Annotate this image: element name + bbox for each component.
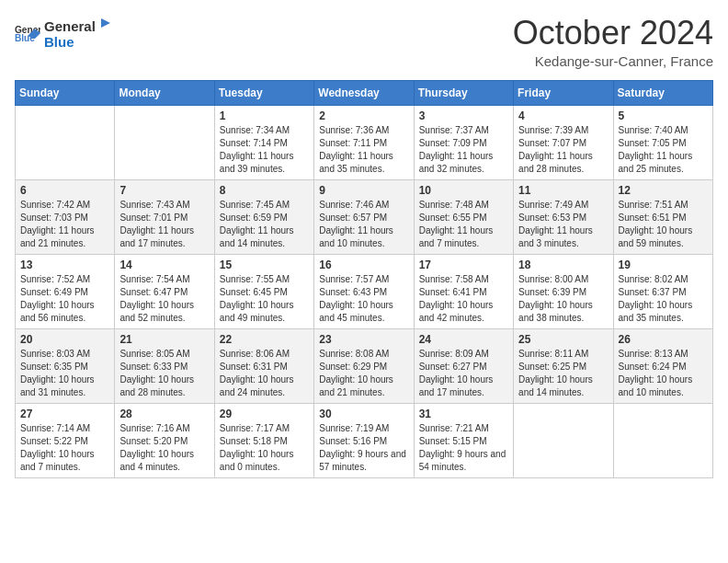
logo: General Blue General Blue: [15, 15, 114, 51]
weekday-header-row: SundayMondayTuesdayWednesdayThursdayFrid…: [16, 80, 713, 105]
day-number: 20: [20, 333, 109, 346]
day-number: 3: [419, 109, 508, 122]
day-info: Sunrise: 7:34 AMSunset: 7:14 PMDaylight:…: [220, 124, 309, 176]
day-number: 12: [619, 184, 708, 197]
day-number: 14: [119, 259, 209, 271]
day-info: Sunrise: 8:02 AMSunset: 6:37 PMDaylight:…: [619, 273, 708, 325]
day-info: Sunrise: 7:57 AMSunset: 6:43 PMDaylight:…: [319, 273, 408, 325]
calendar-table: SundayMondayTuesdayWednesdayThursdayFrid…: [15, 80, 713, 478]
day-number: 10: [419, 184, 508, 197]
day-info: Sunrise: 7:46 AMSunset: 6:57 PMDaylight:…: [319, 199, 408, 250]
calendar-cell: 1Sunrise: 7:34 AMSunset: 7:14 PMDaylight…: [214, 105, 313, 179]
day-number: 1: [220, 109, 309, 122]
calendar-cell: [514, 403, 613, 477]
day-number: 30: [319, 408, 408, 420]
calendar-cell: 4Sunrise: 7:39 AMSunset: 7:07 PMDaylight…: [514, 105, 613, 179]
calendar-cell: 6Sunrise: 7:42 AMSunset: 7:03 PMDaylight…: [16, 179, 115, 254]
calendar-subtitle: Kedange-sur-Canner, France: [513, 53, 713, 69]
calendar-cell: 22Sunrise: 8:06 AMSunset: 6:31 PMDayligh…: [214, 328, 313, 403]
calendar-cell: 16Sunrise: 7:57 AMSunset: 6:43 PMDayligh…: [314, 254, 414, 328]
day-info: Sunrise: 8:08 AMSunset: 6:29 PMDaylight:…: [319, 348, 408, 399]
day-info: Sunrise: 7:40 AMSunset: 7:05 PMDaylight:…: [619, 124, 708, 176]
day-number: 8: [220, 184, 309, 197]
calendar-cell: 7Sunrise: 7:43 AMSunset: 7:01 PMDaylight…: [115, 179, 214, 254]
day-number: 17: [419, 259, 508, 271]
calendar-cell: 17Sunrise: 7:58 AMSunset: 6:41 PMDayligh…: [414, 254, 513, 328]
calendar-cell: 23Sunrise: 8:08 AMSunset: 6:29 PMDayligh…: [314, 328, 414, 403]
day-number: 22: [220, 333, 309, 346]
day-number: 15: [220, 259, 309, 271]
weekday-header-tuesday: Tuesday: [214, 80, 313, 105]
calendar-cell: 31Sunrise: 7:21 AMSunset: 5:15 PMDayligh…: [414, 403, 513, 477]
calendar-cell: 30Sunrise: 7:19 AMSunset: 5:16 PMDayligh…: [314, 403, 414, 477]
calendar-cell: 2Sunrise: 7:36 AMSunset: 7:11 PMDaylight…: [314, 105, 414, 179]
day-number: 18: [518, 259, 608, 271]
day-info: Sunrise: 7:45 AMSunset: 6:59 PMDaylight:…: [220, 199, 309, 250]
page-header: General Blue General Blue October 2024 K…: [15, 15, 713, 69]
day-info: Sunrise: 7:49 AMSunset: 6:53 PMDaylight:…: [518, 199, 608, 250]
calendar-week-row: 1Sunrise: 7:34 AMSunset: 7:14 PMDaylight…: [16, 105, 713, 179]
weekday-header-saturday: Saturday: [613, 80, 712, 105]
weekday-header-monday: Monday: [115, 80, 214, 105]
calendar-cell: 28Sunrise: 7:16 AMSunset: 5:20 PMDayligh…: [115, 403, 214, 477]
day-number: 16: [319, 259, 408, 271]
day-number: 6: [20, 184, 109, 197]
day-info: Sunrise: 7:36 AMSunset: 7:11 PMDaylight:…: [319, 124, 408, 176]
svg-text:Blue: Blue: [15, 33, 35, 43]
calendar-cell: 11Sunrise: 7:49 AMSunset: 6:53 PMDayligh…: [514, 179, 613, 254]
day-info: Sunrise: 7:42 AMSunset: 7:03 PMDaylight:…: [20, 199, 109, 250]
day-number: 28: [119, 408, 209, 420]
calendar-cell: 13Sunrise: 7:52 AMSunset: 6:49 PMDayligh…: [16, 254, 115, 328]
day-info: Sunrise: 7:37 AMSunset: 7:09 PMDaylight:…: [419, 124, 508, 176]
day-info: Sunrise: 8:13 AMSunset: 6:24 PMDaylight:…: [619, 348, 708, 399]
calendar-cell: 8Sunrise: 7:45 AMSunset: 6:59 PMDaylight…: [214, 179, 313, 254]
day-number: 26: [619, 333, 708, 346]
day-number: 7: [119, 184, 209, 197]
day-number: 31: [419, 408, 508, 420]
calendar-cell: 5Sunrise: 7:40 AMSunset: 7:05 PMDaylight…: [613, 105, 712, 179]
day-info: Sunrise: 7:14 AMSunset: 5:22 PMDaylight:…: [20, 422, 109, 474]
calendar-title: October 2024: [513, 15, 713, 52]
calendar-cell: 21Sunrise: 8:05 AMSunset: 6:33 PMDayligh…: [115, 328, 214, 403]
day-info: Sunrise: 7:17 AMSunset: 5:18 PMDaylight:…: [220, 422, 309, 474]
day-info: Sunrise: 7:48 AMSunset: 6:55 PMDaylight:…: [419, 199, 508, 250]
weekday-header-thursday: Thursday: [414, 80, 513, 105]
day-info: Sunrise: 7:58 AMSunset: 6:41 PMDaylight:…: [419, 273, 508, 325]
calendar-cell: 15Sunrise: 7:55 AMSunset: 6:45 PMDayligh…: [214, 254, 313, 328]
calendar-week-row: 27Sunrise: 7:14 AMSunset: 5:22 PMDayligh…: [16, 403, 713, 477]
day-number: 11: [518, 184, 608, 197]
calendar-cell: 29Sunrise: 7:17 AMSunset: 5:18 PMDayligh…: [214, 403, 313, 477]
weekday-header-friday: Friday: [514, 80, 613, 105]
logo-arrow-icon: [97, 15, 114, 31]
logo-blue: Blue: [44, 34, 74, 50]
day-info: Sunrise: 8:11 AMSunset: 6:25 PMDaylight:…: [518, 348, 608, 399]
calendar-week-row: 20Sunrise: 8:03 AMSunset: 6:35 PMDayligh…: [16, 328, 713, 403]
calendar-cell: 27Sunrise: 7:14 AMSunset: 5:22 PMDayligh…: [16, 403, 115, 477]
day-number: 13: [20, 259, 109, 271]
title-block: October 2024 Kedange-sur-Canner, France: [513, 15, 713, 69]
calendar-cell: 24Sunrise: 8:09 AMSunset: 6:27 PMDayligh…: [414, 328, 513, 403]
calendar-cell: 3Sunrise: 7:37 AMSunset: 7:09 PMDaylight…: [414, 105, 513, 179]
day-number: 4: [518, 109, 608, 122]
day-info: Sunrise: 7:54 AMSunset: 6:47 PMDaylight:…: [119, 273, 209, 325]
calendar-cell: [16, 105, 115, 179]
day-info: Sunrise: 7:51 AMSunset: 6:51 PMDaylight:…: [619, 199, 708, 250]
calendar-cell: 19Sunrise: 8:02 AMSunset: 6:37 PMDayligh…: [613, 254, 712, 328]
day-number: 25: [518, 333, 608, 346]
svg-marker-2: [101, 18, 110, 28]
day-info: Sunrise: 7:43 AMSunset: 7:01 PMDaylight:…: [119, 199, 209, 250]
day-info: Sunrise: 8:03 AMSunset: 6:35 PMDaylight:…: [20, 348, 109, 399]
calendar-week-row: 6Sunrise: 7:42 AMSunset: 7:03 PMDaylight…: [16, 179, 713, 254]
day-number: 27: [20, 408, 109, 420]
day-info: Sunrise: 7:39 AMSunset: 7:07 PMDaylight:…: [518, 124, 608, 176]
day-info: Sunrise: 7:52 AMSunset: 6:49 PMDaylight:…: [20, 273, 109, 325]
calendar-week-row: 13Sunrise: 7:52 AMSunset: 6:49 PMDayligh…: [16, 254, 713, 328]
calendar-cell: 20Sunrise: 8:03 AMSunset: 6:35 PMDayligh…: [16, 328, 115, 403]
day-number: 2: [319, 109, 408, 122]
day-number: 23: [319, 333, 408, 346]
day-info: Sunrise: 7:21 AMSunset: 5:15 PMDaylight:…: [419, 422, 508, 474]
day-info: Sunrise: 8:09 AMSunset: 6:27 PMDaylight:…: [419, 348, 508, 399]
day-info: Sunrise: 7:55 AMSunset: 6:45 PMDaylight:…: [220, 273, 309, 325]
calendar-cell: [115, 105, 214, 179]
calendar-cell: 25Sunrise: 8:11 AMSunset: 6:25 PMDayligh…: [514, 328, 613, 403]
